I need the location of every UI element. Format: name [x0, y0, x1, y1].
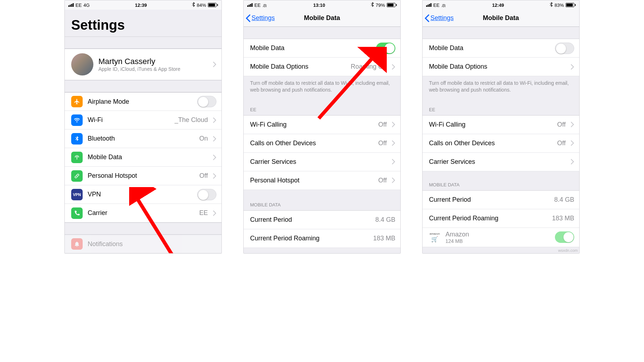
section-header-mobile-data: MOBILE DATA [423, 171, 579, 191]
chevron-right-icon [392, 64, 395, 70]
chevron-right-icon [571, 159, 574, 165]
row-label: Personal Hotspot [88, 172, 194, 180]
airplane-icon [71, 96, 83, 107]
signal-bars-icon [247, 3, 253, 7]
chevron-right-icon [213, 117, 216, 123]
clock: 13:10 [313, 3, 325, 8]
row-calls-other-devices[interactable]: Calls on Other Devices Off [244, 134, 400, 153]
row-current-period-roaming: Current Period Roaming 183 MB [244, 229, 400, 248]
row-label: Current Period [250, 216, 370, 224]
chevron-right-icon [213, 62, 216, 67]
row-personal-hotspot[interactable]: Personal Hotspot Off [65, 167, 221, 185]
row-carrier-services[interactable]: Carrier Services [244, 153, 400, 171]
row-wifi-calling[interactable]: Wi-Fi Calling Off [423, 116, 579, 134]
row-value: Off [199, 172, 208, 180]
row-mobile-data-toggle[interactable]: Mobile Data [244, 39, 400, 58]
app-data-toggle[interactable] [555, 231, 574, 243]
row-airplane-mode[interactable]: Airplane Mode [65, 92, 221, 111]
vpn-toggle[interactable] [197, 189, 216, 200]
row-mobile-data[interactable]: Mobile Data [65, 148, 221, 167]
section-header-mobile-data: MOBILE DATA [244, 190, 400, 211]
row-bluetooth[interactable]: Bluetooth On [65, 129, 221, 148]
wifi-status-icon [262, 2, 267, 8]
row-vpn[interactable]: VPN VPN [65, 185, 221, 204]
chevron-right-icon [392, 140, 395, 146]
row-calls-other-devices[interactable]: Calls on Other Devices Off [423, 134, 579, 153]
row-mobile-data-options[interactable]: Mobile Data Options [423, 58, 579, 76]
app-name: Amazon [445, 231, 550, 238]
row-personal-hotspot[interactable]: Personal Hotspot Off [244, 171, 400, 190]
section-gap [65, 222, 221, 235]
row-label: Mobile Data Options [429, 63, 566, 70]
battery-icon [387, 3, 397, 7]
row-carrier-services[interactable]: Carrier Services [423, 153, 579, 171]
bluetooth-icon [71, 133, 83, 145]
chevron-right-icon [392, 159, 395, 165]
amazon-app-icon: amazon🛒 [429, 231, 440, 243]
chevron-right-icon [571, 64, 574, 70]
profile-name: Martyn Casserly [98, 57, 208, 66]
clock: 12:49 [492, 3, 504, 8]
wifi-status-icon [441, 2, 446, 8]
row-mobile-data-toggle[interactable]: Mobile Data [423, 39, 579, 58]
row-value: 8.4 GB [554, 196, 574, 204]
back-button[interactable]: Settings [423, 14, 454, 22]
phone-icon [71, 207, 83, 219]
network-label: 4G [83, 3, 89, 8]
screen-mobile-data-on: EE 13:10 79% Settings Mobile Data Mobile… [243, 0, 401, 254]
screen-mobile-data-off: EE 12:49 83% Settings Mobile Data Mobile… [422, 0, 580, 254]
row-app-amazon[interactable]: amazon🛒 Amazon 124 MB [423, 228, 579, 247]
chevron-right-icon [571, 122, 574, 127]
section-footer: Turn off mobile data to restrict all dat… [423, 76, 579, 100]
chevron-left-icon [246, 14, 251, 22]
chevron-right-icon [213, 136, 216, 142]
section-header-ee: EE [244, 100, 400, 116]
bell-icon [71, 238, 83, 250]
row-carrier[interactable]: Carrier EE [65, 204, 221, 222]
bluetooth-icon [371, 2, 374, 8]
carrier-label: EE [254, 3, 260, 8]
row-label: Current Period Roaming [429, 215, 547, 222]
carrier-label: EE [75, 3, 82, 8]
row-label: Wi-Fi [88, 116, 170, 124]
mobile-data-toggle[interactable] [555, 43, 574, 54]
apple-id-row[interactable]: Martyn Casserly Apple ID, iCloud, iTunes… [65, 49, 221, 80]
mobile-data-toggle[interactable] [376, 43, 395, 54]
chevron-right-icon [571, 140, 574, 146]
row-notifications[interactable]: Notifications [65, 235, 221, 253]
bluetooth-icon [192, 2, 195, 8]
row-mobile-data-options[interactable]: Mobile Data Options Roaming Off [244, 58, 400, 76]
row-wifi[interactable]: Wi-Fi _The Cloud [65, 111, 221, 129]
back-label: Settings [252, 14, 275, 22]
row-current-period-roaming: Current Period Roaming 183 MB [423, 209, 579, 228]
link-icon [71, 170, 83, 182]
chevron-left-icon [425, 14, 430, 22]
screenshot-stage: EE 4G 12:39 84% Settings Martyn Casserly… [0, 0, 644, 254]
row-wifi-calling[interactable]: Wi-Fi Calling Off [244, 116, 400, 134]
battery-icon [208, 3, 218, 7]
row-label: Carrier Services [429, 158, 566, 166]
antenna-icon [71, 152, 83, 163]
airplane-toggle[interactable] [197, 96, 216, 107]
nav-bar: Settings Mobile Data [423, 10, 579, 27]
row-value: Off [378, 177, 387, 184]
back-label: Settings [430, 14, 454, 22]
section-gap [423, 27, 579, 39]
row-label: Carrier [88, 209, 194, 217]
section-header-ee: EE [423, 100, 579, 116]
battery-percent: 83% [555, 3, 564, 8]
row-label: Mobile Data [88, 153, 208, 161]
avatar [71, 53, 93, 75]
section-footer: Turn off mobile data to restrict all dat… [244, 76, 400, 100]
bluetooth-icon [550, 2, 553, 8]
row-label: Mobile Data Options [250, 63, 346, 70]
row-label: Wi-Fi Calling [250, 121, 373, 128]
row-value: _The Cloud [175, 116, 208, 124]
row-value: 183 MB [552, 215, 574, 222]
back-button[interactable]: Settings [244, 14, 275, 22]
chevron-right-icon [392, 177, 395, 183]
row-value: Roaming Off [351, 63, 387, 70]
row-label: Current Period [429, 196, 549, 204]
row-label: Bluetooth [88, 135, 194, 142]
row-value: Off [557, 121, 566, 128]
